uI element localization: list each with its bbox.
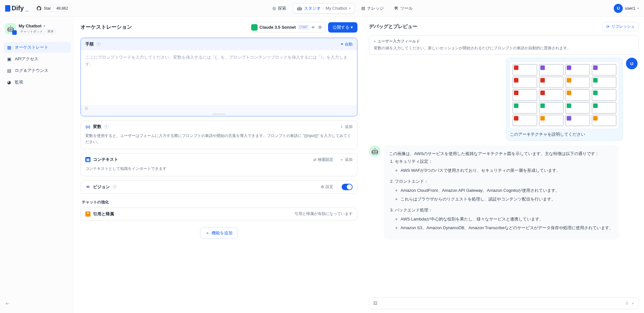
refresh-button[interactable]: ⟳ リフレッシュ — [602, 22, 639, 31]
nav-current-app[interactable]: My Chatbot — [326, 6, 347, 11]
nav-studio-label: スタジオ — [304, 5, 321, 11]
search-settings-button[interactable]: ⇄ 検索設定 — [313, 157, 333, 162]
eye-icon: 👁 — [85, 184, 90, 190]
chat-area: このアーキテクチャを説明してください U 🤖 この画像は、AWSのサービスを使用… — [369, 58, 639, 294]
chevron-down-icon: ▾ — [43, 24, 45, 28]
sidebar-item-label: APIアクセス — [15, 56, 38, 62]
sidebar-item-logs[interactable]: ▤ ログ＆アナウンス — [3, 65, 71, 76]
sidebar-item-label: オーケストレート — [15, 44, 48, 50]
compass-icon: ◎ — [272, 6, 276, 11]
user-name: user1 — [625, 6, 635, 11]
variables-card: {x} 変数 ? ＋ 追加 変数を使用すると、ユーザーはフォームに入力する際にプ… — [80, 120, 357, 149]
vision-card: 👁 ビジョン ? ⚙ 設定 — [80, 180, 357, 194]
publish-button[interactable]: 公開する ▾ — [328, 22, 357, 33]
user-message: このアーキテクチャを説明してください — [506, 58, 623, 141]
model-chat-badge: CHAT — [298, 25, 309, 29]
add-feature-label: 機能を追加 — [212, 230, 232, 236]
chat-input[interactable] — [381, 301, 622, 306]
refresh-label: リフレッシュ — [611, 24, 635, 29]
sidebar: 🤖 My Chatbot ▾ チャットボット 基本 ▦ オーケストレート ▣ A… — [0, 17, 74, 313]
variables-desc: 変数を使用すると、ユーザーはフォームに入力する際にプロンプトの単語や開始の言葉を… — [81, 133, 357, 149]
refresh-icon: ⟳ — [606, 24, 610, 29]
nav-tools[interactable]: 🛠 ツール — [390, 4, 417, 13]
citation-status: 引用と帰属が有効になっています — [295, 211, 353, 217]
sidebar-item-monitor[interactable]: ◕ 監視 — [3, 77, 71, 88]
help-icon[interactable]: ? — [104, 124, 109, 129]
tool-icon: 🛠 — [394, 6, 398, 11]
nav-separator: / — [323, 6, 324, 11]
input-fields-desc: 変数の値を入力してください。新しいセッションが開始されるたびにプロンプトの単語が… — [374, 45, 634, 51]
chevron-down-icon: ▾ — [637, 6, 639, 10]
assistant-bullet: AWS WAFが3つのパスで使用されており、セキュリティの第一層を形成しています… — [401, 167, 613, 174]
nav-explore[interactable]: ◎ 探索 — [269, 4, 290, 13]
robot-icon: 🤖 — [297, 6, 302, 11]
assistant-h3: バックエンド処理： — [395, 208, 432, 212]
nav-knowledge[interactable]: ▤ ナレッジ — [357, 4, 388, 13]
assistant-h2: フロントエンド： — [395, 179, 428, 184]
prompt-card: 手順 ? ✦ 自動 ここにプロンプトワードを入力してください。変数を挿入するには… — [80, 38, 357, 116]
terminal-icon: ▣ — [6, 56, 12, 62]
assistant-message: この画像は、AWSのサービスを使用した複雑なアーキテクチャ図を示しています。主な… — [384, 145, 619, 240]
add-variable-button[interactable]: ＋ 追加 — [340, 124, 353, 130]
assistant-bullet: Amazon CloudFront、Amazon API Gateway、Ama… — [401, 187, 613, 194]
nav-explore-label: 探索 — [278, 5, 286, 11]
sliders-icon[interactable]: ⚙ — [317, 24, 323, 31]
prompt-char-count: 0 — [85, 106, 88, 111]
app-selector[interactable]: 🤖 My Chatbot ▾ チャットボット 基本 — [3, 21, 71, 36]
sidebar-item-label: ログ＆アナウンス — [15, 68, 48, 73]
context-desc: コンテキストとして知識をインポートできます — [81, 166, 357, 176]
add-feature-button[interactable]: ＋ 機能を追加 — [200, 228, 238, 239]
citation-label: 引用と帰属 — [93, 211, 114, 217]
variable-icon: {x} — [85, 124, 90, 129]
assistant-bullet: これらはブラウザからのリクエストを処理し、認証やコンテンツ配信を行います。 — [401, 195, 613, 203]
star-count: 49,862 — [53, 6, 68, 11]
quote-icon: ❝ — [85, 211, 90, 217]
sidebar-item-label: 監視 — [15, 79, 23, 85]
settings-label: 設定 — [326, 184, 333, 190]
logo[interactable]: Dify_ — [5, 5, 29, 12]
assistant-bullet: Amazon S3、Amazon DynamoDB、Amazon Transcr… — [401, 224, 613, 232]
vision-settings-button[interactable]: ⚙ 設定 — [321, 184, 333, 190]
app-name: My Chatbot — [19, 24, 42, 28]
sparkle-icon: ✦ — [340, 42, 344, 46]
help-icon[interactable]: ? — [96, 42, 101, 46]
section-label-enhance: チャットの強化 — [82, 200, 357, 205]
nav-studio[interactable]: 🤖 スタジオ / My Chatbot ▾ — [293, 3, 355, 14]
chevron-down-icon: ▾ — [349, 6, 351, 10]
prompt-editor[interactable]: ここにプロンプトワードを入力してください。変数を挿入するには「{」を、プロンプト… — [81, 50, 357, 105]
image-attach-icon[interactable]: 🖼 — [373, 301, 377, 306]
search-label: 検索設定 — [318, 157, 333, 162]
model-selector[interactable]: Claude 3.5 Sonnet CHAT 👁 ⚙ — [249, 22, 326, 33]
page-title: オーケストレーション — [80, 24, 132, 31]
context-icon: ▤ — [85, 157, 90, 162]
chat-input-bar: 🖼 0 ➤ — [369, 297, 639, 309]
add-context-button[interactable]: ＋ 追加 — [340, 157, 353, 162]
nav-tools-label: ツール — [400, 5, 413, 11]
add-label: 追加 — [345, 157, 353, 162]
eye-icon: 👁 — [311, 25, 315, 29]
layout-icon: ▦ — [6, 45, 12, 50]
user-menu[interactable]: U user1 ▾ — [614, 4, 639, 13]
resize-handle[interactable] — [213, 113, 225, 115]
user-input-fields-panel[interactable]: ▾ ユーザー入力フィールド 変数の値を入力してください。新しいセッションが開始さ… — [369, 35, 639, 54]
architecture-image[interactable] — [510, 61, 619, 129]
vision-toggle[interactable] — [342, 184, 353, 190]
sidebar-collapse-button[interactable]: ⇤ — [3, 298, 71, 308]
sidebar-item-api[interactable]: ▣ APIアクセス — [3, 54, 71, 64]
document-icon: ▤ — [6, 68, 12, 73]
chevron-down-icon: ▾ — [374, 40, 375, 43]
collapse-icon: ⇤ — [6, 301, 9, 306]
github-star-button[interactable]: Star 49,862 — [34, 5, 71, 12]
auto-generate-button[interactable]: ✦ 自動 — [340, 42, 353, 47]
github-icon — [37, 6, 41, 11]
gauge-icon: ◕ — [6, 80, 12, 85]
user-message-text: このアーキテクチャを説明してください — [510, 132, 619, 137]
book-icon: ▤ — [361, 6, 365, 11]
star-label: Star — [44, 6, 51, 11]
sidebar-item-orchestrate[interactable]: ▦ オーケストレート — [3, 42, 71, 53]
help-icon[interactable]: ? — [112, 185, 117, 189]
input-fields-title: ユーザー入力フィールド — [377, 39, 420, 44]
send-icon[interactable]: ➤ — [631, 301, 635, 306]
context-card: ▤ コンテキスト ⇄ 検索設定 ＋ 追加 コンテキストとして知識をインポートでき… — [80, 153, 357, 176]
context-label: コンテキスト — [93, 157, 118, 162]
